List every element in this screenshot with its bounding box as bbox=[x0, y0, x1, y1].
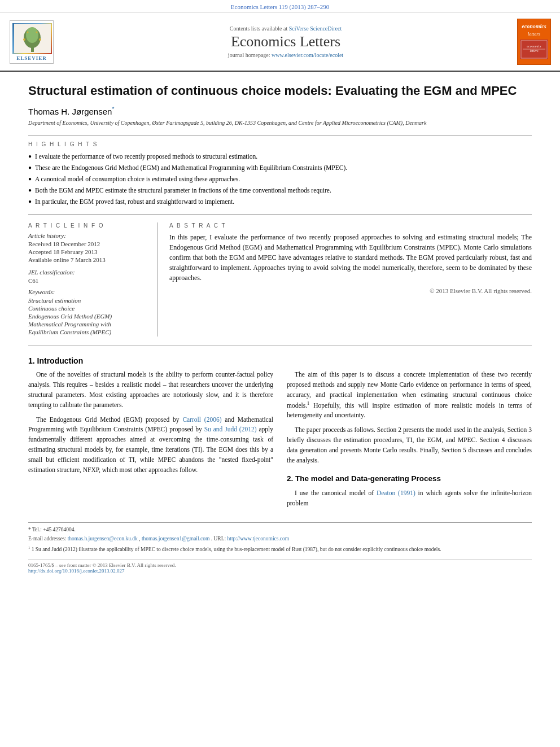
deaton-link[interactable]: Deaton (1991) bbox=[377, 490, 415, 496]
svg-point-7 bbox=[36, 32, 37, 33]
bullet-icon-1: ● bbox=[28, 152, 32, 160]
divider-1 bbox=[28, 135, 532, 136]
author-name: Thomas H. Jørgensen* bbox=[28, 106, 532, 116]
article-history-label: Article history: bbox=[28, 232, 148, 239]
svg-point-3 bbox=[26, 27, 38, 43]
introduction-section: 1. Introduction One of the novelties of … bbox=[28, 356, 532, 513]
bullet-icon-5: ● bbox=[28, 198, 32, 206]
badge-line1: economics bbox=[520, 23, 548, 30]
abstract-col: A B S T R A C T In this paper, I evaluat… bbox=[158, 222, 532, 337]
email-label: E-mail addresses: bbox=[28, 536, 68, 541]
keyword-1: Structural estimation bbox=[28, 297, 148, 304]
carroll-link[interactable]: Carroll (2006) bbox=[182, 416, 221, 423]
su-judd-link[interactable]: Su and Judd (2012) bbox=[204, 426, 257, 433]
highlights-section: H I G H L I G H T S ● I evaluate the per… bbox=[28, 141, 532, 206]
footnote-1-text: 1 Su and Judd (2012) illustrate the appl… bbox=[32, 547, 441, 552]
bullet-icon-4: ● bbox=[28, 186, 32, 194]
highlight-text-4: Both the EGM and MPEC estimate the struc… bbox=[35, 186, 331, 195]
journal-header: ELSEVIER Contents lists available at Sci… bbox=[0, 13, 560, 72]
footnote-email: E-mail addresses: thomas.h.jurgensen@eco… bbox=[28, 535, 532, 543]
doi-link[interactable]: http://dx.doi.org/10.1016/j.econlet.2013… bbox=[28, 568, 125, 574]
journal-reference: Economics Letters 119 (2013) 287–290 bbox=[231, 3, 329, 10]
elsevier-brand-text: ELSEVIER bbox=[12, 55, 51, 61]
journal-homepage: journal homepage: www.elsevier.com/locat… bbox=[60, 52, 511, 58]
journal-reference-bar: Economics Letters 119 (2013) 287–290 bbox=[0, 0, 560, 13]
intro-body: One of the novelties of structural model… bbox=[28, 370, 532, 513]
svg-point-5 bbox=[39, 38, 41, 41]
article-info-col: A R T I C L E I N F O Article history: R… bbox=[28, 222, 158, 337]
highlights-list: ● I evaluate the performance of two rece… bbox=[28, 152, 532, 206]
publisher-logo: ELSEVIER bbox=[9, 20, 54, 64]
jel-code: C61 bbox=[28, 277, 148, 284]
highlight-item-3: ● A canonical model of consumption choic… bbox=[28, 174, 532, 184]
homepage-url[interactable]: www.elsevier.com/locate/ecolet bbox=[272, 52, 343, 58]
abstract-text: In this paper, I evaluate the performanc… bbox=[169, 232, 532, 283]
svg-point-6 bbox=[27, 32, 28, 33]
author-affiliation: Department of Economics, University of C… bbox=[28, 119, 532, 127]
elsevier-logo-image bbox=[12, 23, 52, 54]
highlight-item-4: ● Both the EGM and MPEC estimate the str… bbox=[28, 186, 532, 195]
sciverse-line: Contents lists available at SciVerse Sci… bbox=[60, 25, 511, 32]
highlight-text-2: These are the Endogenous Grid Method (EG… bbox=[35, 163, 347, 172]
intro-para-1: One of the novelties of structural model… bbox=[28, 370, 273, 410]
article-info-abstract: A R T I C L E I N F O Article history: R… bbox=[28, 222, 532, 337]
keywords-group: Keywords: Structural estimation Continuo… bbox=[28, 289, 148, 335]
intro-right-para-2: The paper proceeds as follows. Section 2… bbox=[287, 425, 532, 465]
section-2-heading: 2. The model and Data-generating Process bbox=[287, 473, 532, 485]
copyright-line: © 2013 Elsevier B.V. All rights reserved… bbox=[169, 287, 532, 294]
elsevier-logo-box: ELSEVIER bbox=[10, 20, 54, 64]
email-1[interactable]: thomas.h.jurgensen@econ.ku.dk bbox=[68, 536, 138, 541]
footnote-1: 1 1 Su and Judd (2012) illustrate the ap… bbox=[28, 545, 532, 553]
main-content: Structural estimation of continuous choi… bbox=[0, 72, 560, 585]
legal-text: 0165-1765/$ – see front matter © 2013 El… bbox=[28, 562, 532, 568]
article-info-label: A R T I C L E I N F O bbox=[28, 222, 148, 229]
footnote-1-num: 1 bbox=[28, 545, 30, 549]
keyword-3: Endogenous Grid Method (EGM) bbox=[28, 313, 148, 320]
footnote-star: * Tel.: +45 42764004. bbox=[28, 526, 532, 534]
abstract-label: A B S T R A C T bbox=[169, 222, 532, 229]
received-date: Received 18 December 2012 bbox=[28, 241, 148, 247]
header-center: Contents lists available at SciVerse Sci… bbox=[60, 25, 511, 58]
keyword-5: Equilibrium Constraints (MPEC) bbox=[28, 329, 148, 335]
url-label: . URL: bbox=[211, 536, 228, 541]
highlight-text-3: A canonical model of consumption choice … bbox=[35, 174, 240, 184]
highlight-item-2: ● These are the Endogenous Grid Method (… bbox=[28, 163, 532, 172]
svg-point-4 bbox=[23, 38, 25, 41]
author-name-text: Thomas H. Jørgensen bbox=[28, 107, 112, 116]
email-2[interactable]: thomas.jorgensen1@gmail.com bbox=[142, 536, 209, 541]
journal-badge: economics letters economics letters bbox=[517, 19, 551, 65]
article-title: Structural estimation of continuous choi… bbox=[28, 83, 532, 99]
footnote-area: * Tel.: +45 42764004. E-mail addresses: … bbox=[28, 522, 532, 553]
highlight-item-5: ● In particular, the EGM proved fast, ro… bbox=[28, 197, 532, 206]
intro-left-col: One of the novelties of structural model… bbox=[28, 370, 273, 513]
intro-para-2: The Endogenous Grid Method (EGM) propose… bbox=[28, 415, 273, 475]
author-sup: * bbox=[112, 106, 114, 112]
keyword-4: Mathematical Programming with bbox=[28, 321, 148, 327]
footnote-star-text: * Tel.: +45 42764004. bbox=[28, 527, 76, 532]
footnote-ref-1: 1 bbox=[307, 401, 309, 406]
homepage-label: journal homepage: bbox=[228, 52, 272, 58]
accepted-date: Accepted 18 February 2013 bbox=[28, 248, 148, 255]
keyword-2: Continuous choice bbox=[28, 305, 148, 312]
divider-3 bbox=[28, 346, 532, 346]
keywords-label: Keywords: bbox=[28, 289, 148, 295]
svg-text:letters: letters bbox=[530, 49, 539, 53]
badge-line2: letters bbox=[520, 30, 548, 38]
highlight-text-5: In particular, the EGM proved fast, robu… bbox=[35, 197, 234, 206]
sciverse-link[interactable]: SciVerse ScienceDirect bbox=[289, 25, 342, 32]
highlight-text-1: I evaluate the performance of two recent… bbox=[35, 152, 257, 161]
page: Economics Letters 119 (2013) 287–290 bbox=[0, 0, 560, 747]
jel-label: JEL classification: bbox=[28, 269, 148, 276]
highlight-item-1: ● I evaluate the performance of two rece… bbox=[28, 152, 532, 161]
available-date: Available online 7 March 2013 bbox=[28, 256, 148, 263]
intro-right-col: The aim of this paper is to discuss a co… bbox=[287, 370, 532, 513]
intro-heading: 1. Introduction bbox=[28, 356, 532, 365]
bullet-icon-3: ● bbox=[28, 175, 32, 183]
url-link[interactable]: http://www.tjeconomics.com bbox=[228, 536, 290, 541]
bullet-icon-2: ● bbox=[28, 164, 32, 172]
svg-text:economics: economics bbox=[527, 45, 541, 48]
bottom-legal: 0165-1765/$ – see front matter © 2013 El… bbox=[28, 559, 532, 574]
journal-title: Economics Letters bbox=[60, 33, 511, 50]
section-2-para-1: I use the canonical model of Deaton (199… bbox=[287, 488, 532, 509]
highlights-label: H I G H L I G H T S bbox=[28, 141, 532, 147]
